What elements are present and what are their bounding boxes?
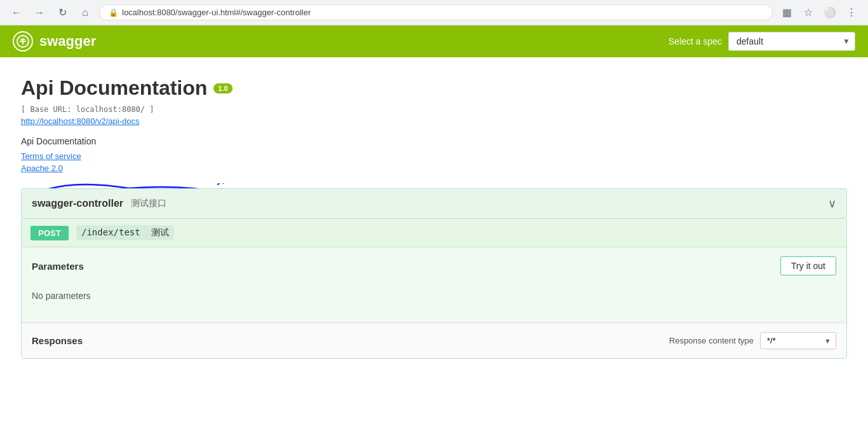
response-type-select-wrapper: */* ▼ [760,332,836,349]
endpoint-path-desc: 测试 [151,227,169,237]
controller-bar-left: swagger-controller 测试接口 [32,198,166,209]
endpoint-path-text: /index/test [81,227,140,237]
refresh-button[interactable]: ↻ [53,4,71,22]
api-docs-link[interactable]: http://localhost:8080/v2/api-docs [21,116,847,126]
terms-of-service-link[interactable]: Terms of service [21,151,847,161]
parameters-header: Parameters Try it out [32,256,836,275]
scroll-area[interactable]: Api Documentation 1.0 [ Base URL: localh… [0,57,868,437]
parameters-section: Parameters Try it out No parameters [22,247,846,323]
spec-select[interactable]: default [728,32,855,51]
spec-wrapper: default ▼ [728,32,855,51]
swagger-logo: swagger [13,31,96,52]
response-content-type-wrapper: Response content type */* ▼ [669,332,836,349]
method-badge: POST [31,226,69,240]
swagger-header: swagger Select a spec default ▼ [0,25,868,57]
browser-actions: ▦ ☆ ⚪ ⋮ [778,4,860,22]
api-title: Api Documentation [21,76,207,100]
url-text: localhost:8080/swagger-ui.html#/swagger-… [122,8,311,17]
spec-label: Select a spec [668,36,722,46]
endpoint-container: POST /index/test 测试 Parameters Try it ou… [21,219,847,359]
menu-icon[interactable]: ⋮ [843,4,860,22]
try-it-out-button[interactable]: Try it out [780,256,836,275]
swagger-logo-icon [13,31,33,52]
api-base-url: [ Base URL: localhost:8080/ ] [21,105,847,114]
api-title-row: Api Documentation 1.0 [21,76,847,100]
profile-icon[interactable]: ⚪ [821,4,839,22]
forward-button[interactable]: → [31,4,48,22]
no-parameters-text: No parameters [32,284,836,314]
star-icon[interactable]: ☆ [799,4,817,22]
endpoint-path: /index/test 测试 [76,225,174,240]
apache-license-link[interactable]: Apache 2.0 [21,163,847,173]
controller-bar[interactable]: swagger-controller 测试接口 ∨ [21,188,847,219]
address-bar[interactable]: 🔒 localhost:8080/swagger-ui.html#/swagge… [99,4,773,20]
response-content-type-select[interactable]: */* [760,332,836,349]
controller-section: swagger-controller 测试接口 ∨ [21,188,847,219]
back-button[interactable]: ← [8,4,25,22]
swagger-text: swagger [39,33,96,50]
endpoint-header[interactable]: POST /index/test 测试 [22,219,846,247]
home-button[interactable]: ⌂ [76,4,94,22]
spec-selector: Select a spec default ▼ [668,32,855,51]
responses-title: Responses [32,335,83,346]
api-version-badge: 1.0 [214,83,232,94]
main-content: Api Documentation 1.0 [ Base URL: localh… [8,57,860,359]
response-content-type-label: Response content type [669,336,754,345]
controller-description: 测试接口 [131,198,166,209]
controller-name: swagger-controller [32,198,123,209]
parameters-title: Parameters [32,261,84,272]
api-description: Api Documentation [21,136,847,146]
screenshot-icon[interactable]: ▦ [778,4,796,22]
controller-collapse-icon: ∨ [828,197,836,211]
browser-chrome: ← → ↻ ⌂ 🔒 localhost:8080/swagger-ui.html… [0,0,868,25]
responses-section: Responses Response content type */* ▼ [22,323,846,358]
lock-icon: 🔒 [109,8,118,17]
